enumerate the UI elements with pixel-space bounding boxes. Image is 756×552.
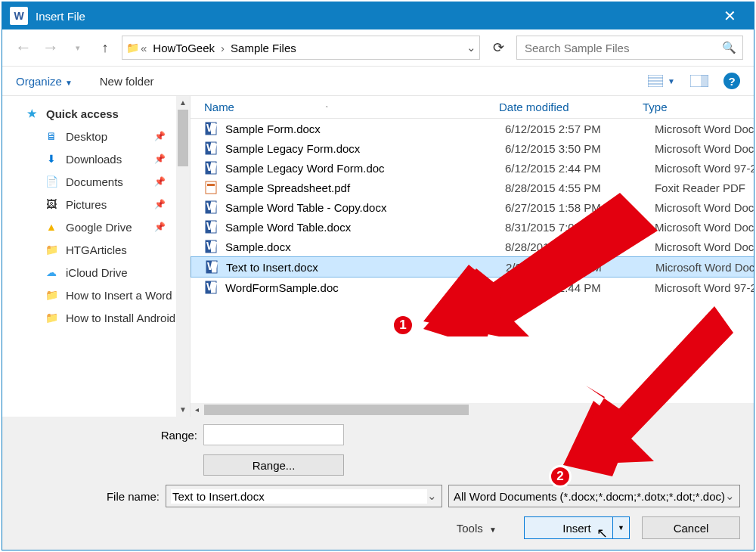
scroll-up-arrow[interactable]: ▲ [176, 96, 190, 110]
file-row[interactable]: WSample Legacy Form.docx6/12/2015 3:50 P… [191, 138, 754, 158]
scrollbar-thumb[interactable] [178, 110, 188, 166]
file-name: Text to Insert.docx [226, 261, 500, 274]
word-file-icon: W [204, 220, 218, 234]
insert-button[interactable]: Insert ▼ ↖ [524, 516, 630, 539]
search-input[interactable] [523, 41, 722, 55]
file-row[interactable]: WSample Word Table - Copy.docx6/27/2015 … [191, 197, 754, 217]
sidebar-item-icloud-drive[interactable]: iCloud Drive [2, 261, 190, 284]
file-row[interactable]: WSample Form.docx6/12/2015 2:57 PMMicros… [191, 119, 754, 138]
sort-indicator-icon: ˄ [325, 105, 329, 113]
preview-pane-button[interactable] [690, 75, 708, 87]
sidebar-item-label: Downloads [66, 153, 122, 166]
sidebar-item-label: Documents [66, 175, 123, 188]
svg-text:W: W [206, 220, 218, 232]
file-type: Foxit Reader PDF [655, 181, 754, 194]
icloud-icon [45, 265, 58, 279]
tools-menu[interactable]: Tools ▼ [457, 522, 497, 535]
file-date: 8/28/2015 1:24 PM [505, 240, 649, 253]
file-type: Microsoft Word Document [655, 142, 754, 155]
recent-locations-dropdown[interactable]: ▾ [67, 43, 88, 53]
word-file-icon: W [205, 260, 218, 274]
file-date: 6/12/2015 3:50 PM [505, 142, 649, 155]
file-type-filter[interactable]: All Word Documents (*.docx;*.docm;*.dotx… [448, 485, 740, 507]
file-type: Microsoft Word Document [655, 240, 754, 253]
refresh-button[interactable]: ⟳ [486, 39, 510, 56]
scroll-down-arrow[interactable]: ▼ [176, 403, 190, 417]
column-name[interactable]: Name [204, 101, 234, 113]
sidebar-item-label: How to Insert a Word F [66, 289, 182, 302]
sidebar-item-downloads[interactable]: Downloads📌 [2, 147, 190, 170]
close-button[interactable]: ✕ [713, 7, 746, 25]
desktop-icon [45, 129, 58, 143]
horizontal-scrollbar[interactable]: ◂ ▸ [191, 403, 754, 417]
view-options[interactable]: ▼ [648, 75, 675, 87]
sidebar-item-google-drive[interactable]: Google Drive📌 [2, 216, 190, 238]
svg-rect-16 [207, 184, 215, 186]
organize-menu[interactable]: Organize▼ [16, 75, 73, 88]
scrollbar-thumb[interactable] [204, 405, 469, 415]
nav-bar: ← → ▾ ↑ « HowToGeek › Sample Files ⌄ ⟳ 🔍 [2, 29, 754, 67]
filename-input[interactable] [171, 489, 427, 504]
new-folder-button[interactable]: New folder [100, 75, 154, 88]
search-icon[interactable]: 🔍 [722, 41, 736, 54]
sidebar-item-htgarticles[interactable]: HTGArticles [2, 238, 190, 261]
file-row[interactable]: WSample Word Table.docx8/31/2015 7:05 PM… [191, 217, 754, 237]
pdf-file-icon [204, 181, 218, 194]
quick-access-header[interactable]: Quick access [2, 102, 190, 125]
sidebar-item-label: How to Install Android [66, 312, 175, 324]
search-box[interactable]: 🔍 [516, 36, 743, 60]
column-type[interactable]: Type [643, 101, 668, 113]
file-row[interactable]: WSample.docx8/28/2015 1:24 PMMicrosoft W… [191, 237, 754, 256]
pin-icon: 📌 [154, 199, 166, 209]
back-button[interactable]: ← [13, 38, 34, 57]
scroll-left-arrow[interactable]: ◂ [191, 403, 204, 417]
column-date[interactable]: Date modified [499, 101, 569, 113]
pic-icon [45, 197, 58, 211]
word-file-icon: W [204, 161, 218, 175]
sidebar-item-label: iCloud Drive [66, 266, 128, 279]
forward-button[interactable]: → [40, 38, 61, 57]
file-name: WordFormSample.doc [225, 281, 499, 294]
chevron-down-icon: ⌄ [725, 489, 735, 503]
sidebar-item-pictures[interactable]: Pictures📌 [2, 193, 190, 216]
range-input[interactable] [203, 424, 344, 445]
file-row[interactable]: WText to Insert.docx2/24/2016 3:36 PMMic… [191, 256, 754, 278]
file-date: 2/24/2016 3:36 PM [506, 261, 649, 274]
word-file-icon: W [204, 122, 218, 135]
svg-text:W: W [207, 260, 218, 272]
sidebar-item-how-to-install-android[interactable]: How to Install Android [2, 306, 190, 329]
mouse-cursor-icon: ↖ [596, 525, 608, 541]
svg-text:W: W [206, 200, 218, 212]
breadcrumb-sample-files[interactable]: Sample Files [226, 42, 301, 54]
star-icon [25, 107, 39, 120]
file-name: Sample.docx [225, 240, 499, 253]
sidebar-item-how-to-insert-a-word-f[interactable]: How to Insert a Word F [2, 284, 190, 306]
file-date: 6/12/2015 2:44 PM [505, 162, 649, 175]
sidebar-item-desktop[interactable]: Desktop📌 [2, 125, 190, 147]
file-row[interactable]: WSample Legacy Word Form.doc6/12/2015 2:… [191, 158, 754, 178]
cancel-button[interactable]: Cancel [642, 516, 740, 539]
file-name: Sample Legacy Form.docx [225, 142, 499, 155]
breadcrumb-howtogeek[interactable]: HowToGeek [148, 42, 219, 54]
file-type: Microsoft Word Document [655, 221, 754, 234]
chevron-down-icon[interactable]: ⌄ [427, 489, 437, 503]
up-button[interactable]: ↑ [94, 40, 116, 56]
file-row[interactable]: WWordFormSample.doc6/12/2015 2:44 PMMicr… [191, 278, 754, 297]
sidebar-scrollbar[interactable]: ▲ ▼ [176, 96, 190, 417]
pin-icon: 📌 [154, 131, 166, 141]
file-type: Microsoft Word Document [655, 201, 754, 214]
help-button[interactable]: ? [723, 73, 740, 89]
file-date: 6/27/2015 1:58 PM [505, 201, 649, 214]
file-row[interactable]: Sample Spreadsheet.pdf8/28/2015 4:55 PMF… [191, 178, 754, 197]
file-type-label: All Word Documents (*.docx;*.docm;*.dotx… [454, 490, 725, 503]
address-history-dropdown[interactable]: ⌄ [466, 41, 476, 54]
address-bar[interactable]: « HowToGeek › Sample Files ⌄ [122, 36, 480, 60]
sidebar-item-documents[interactable]: Documents📌 [2, 170, 190, 193]
title-bar: W Insert File ✕ [2, 2, 754, 29]
folder-icon [45, 243, 58, 256]
range-button[interactable]: Range... [203, 454, 344, 476]
bottom-panel: Range: Range... File name: ⌄ All Word Do… [2, 417, 754, 550]
filename-combobox[interactable]: ⌄ [166, 485, 442, 507]
insert-split-dropdown[interactable]: ▼ [612, 517, 629, 538]
word-file-icon: W [204, 200, 218, 214]
